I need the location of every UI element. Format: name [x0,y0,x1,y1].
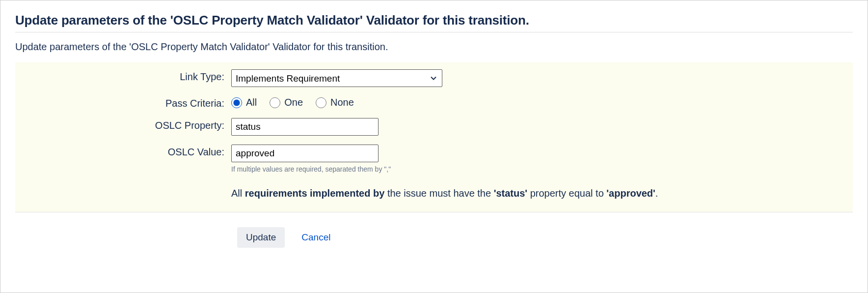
validation-summary: All requirements implemented by the issu… [231,188,853,199]
update-button[interactable]: Update [237,227,285,248]
label-oslc-property: OSLC Property: [15,118,231,131]
dialog-container: Update parameters of the 'OSLC Property … [0,0,868,293]
radio-one[interactable] [270,97,280,108]
summary-text: property equal to [527,188,606,199]
summary-text: All [231,188,245,199]
oslc-value-hint: If multiple values are required, separat… [231,165,853,173]
oslc-property-input[interactable] [231,118,379,136]
page-title: Update parameters of the 'OSLC Property … [15,13,853,28]
page-description: Update parameters of the 'OSLC Property … [15,41,853,53]
radio-all[interactable] [231,97,242,108]
summary-text: . [655,188,658,199]
row-oslc-property: OSLC Property: [15,118,853,136]
label-link-type: Link Type: [15,69,231,83]
form-area: Link Type: Implements Requirement Pass C… [15,62,853,212]
radio-none-label[interactable]: None [330,97,354,108]
radio-all-label[interactable]: All [246,97,257,108]
label-pass-criteria: Pass Criteria: [15,96,231,109]
row-link-type: Link Type: Implements Requirement [15,69,853,87]
radio-one-label[interactable]: One [284,97,303,108]
summary-text: the issue must have the [384,188,493,199]
summary-bold-value: 'approved' [606,188,655,199]
pass-criteria-radio-group: All One None [231,96,853,108]
link-type-select[interactable]: Implements Requirement [231,69,442,87]
buttons-row: Update Cancel [15,227,853,248]
cancel-link[interactable]: Cancel [301,232,330,243]
radio-none[interactable] [316,97,326,108]
oslc-value-input[interactable] [231,145,379,162]
row-pass-criteria: Pass Criteria: All One None [15,96,853,109]
summary-bold-requirements: requirements implemented by [245,188,385,199]
summary-bold-property: 'status' [494,188,527,199]
label-oslc-value: OSLC Value: [15,145,231,158]
title-divider [15,32,853,32]
row-oslc-value: OSLC Value: If multiple values are requi… [15,145,853,199]
